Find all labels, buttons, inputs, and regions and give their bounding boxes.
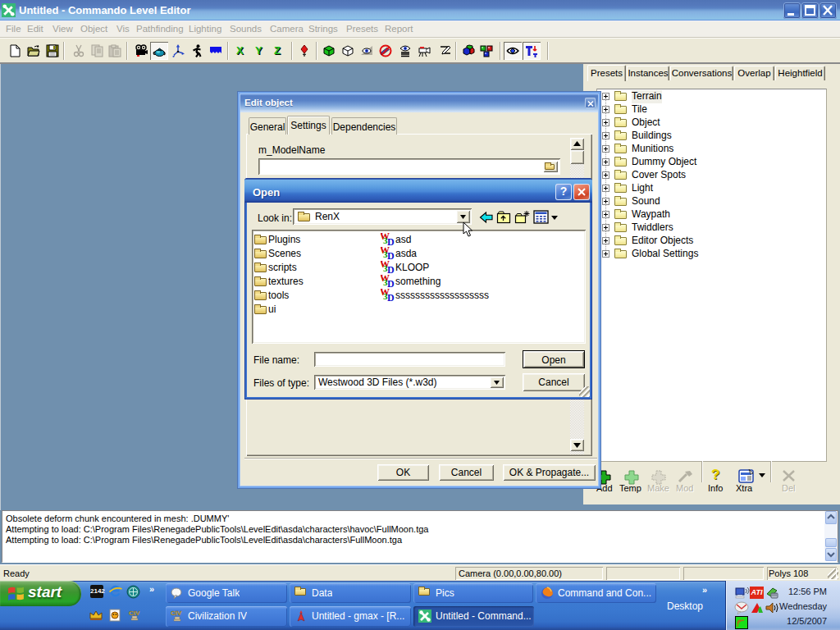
svg-text:D: D [387,250,395,260]
svg-text:CIV: CIV [129,609,140,617]
svg-text:D: D [387,236,395,246]
svg-text:D: D [387,292,395,302]
svg-text:D: D [387,278,395,288]
svg-text:CIV: CIV [171,609,182,617]
svg-text:D: D [387,264,395,274]
